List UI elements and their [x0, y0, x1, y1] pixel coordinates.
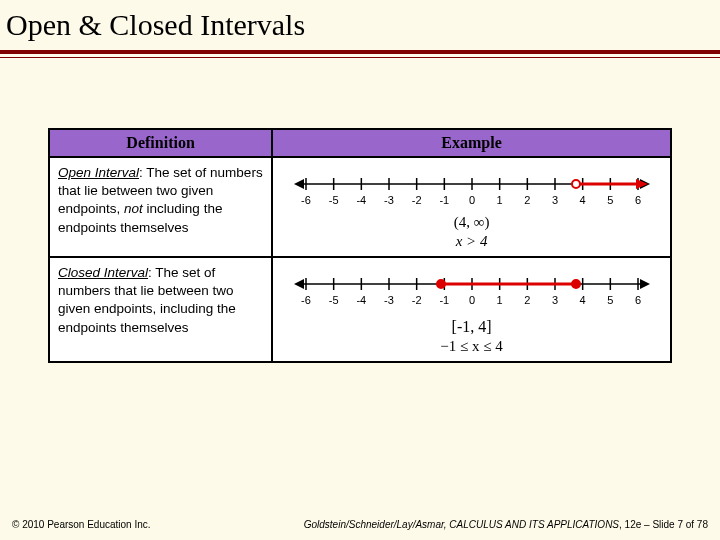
term-closed: Closed Interval: [58, 265, 148, 280]
title-rule: [0, 50, 720, 58]
tick-label: 0: [469, 194, 475, 206]
intervals-table: Definition Example Open Interval: The se…: [48, 128, 672, 363]
tick-label: -3: [384, 194, 394, 206]
tick-label: 1: [496, 194, 502, 206]
table-header-row: Definition Example: [50, 130, 670, 158]
closed-inequality: −1 ≤ x ≤ 4: [277, 338, 666, 355]
header-example: Example: [273, 130, 670, 158]
svg-marker-20: [294, 279, 304, 289]
page-title: Open & Closed Intervals: [0, 0, 720, 48]
tick-label: 3: [552, 194, 558, 206]
open-interval-notation: (4, ∞): [277, 214, 666, 231]
tick-label: -4: [356, 194, 366, 206]
tick-label: -4: [356, 294, 366, 306]
example-open: -6-5-4-3-2-10123456 (4, ∞) x > 4: [273, 158, 670, 256]
numberline-closed: -6-5-4-3-2-10123456: [292, 270, 652, 312]
tick-label: 5: [607, 294, 613, 306]
svg-marker-21: [640, 279, 650, 289]
tick-label: 6: [635, 294, 641, 306]
svg-marker-1: [294, 179, 304, 189]
closed-interval-notation: [-1, 4]: [277, 318, 666, 336]
tick-label: -2: [411, 194, 421, 206]
tick-label: -6: [301, 194, 311, 206]
tick-label: -3: [384, 294, 394, 306]
tick-label: -5: [328, 294, 338, 306]
footer-citation: Goldstein/Schneider/Lay/Asmar, CALCULUS …: [304, 519, 708, 530]
row-closed-interval: Closed Interval: The set of numbers that…: [50, 258, 670, 361]
term-open: Open Interval: [58, 165, 139, 180]
tick-label: 0: [469, 294, 475, 306]
footer: © 2010 Pearson Education Inc. Goldstein/…: [0, 519, 720, 530]
tick-label: 2: [524, 294, 530, 306]
svg-point-18: [572, 180, 580, 188]
tick-label: -2: [411, 294, 421, 306]
tick-label: 1: [496, 294, 502, 306]
tick-label: 3: [552, 294, 558, 306]
tick-label: 4: [579, 194, 585, 206]
numberline-open: -6-5-4-3-2-10123456: [292, 170, 652, 212]
example-closed: -6-5-4-3-2-10123456 [-1, 4] −1 ≤ x ≤ 4: [273, 258, 670, 361]
definition-open: Open Interval: The set of numbers that l…: [50, 158, 273, 256]
tick-label: 6: [635, 194, 641, 206]
tick-label: -1: [439, 194, 449, 206]
header-definition: Definition: [50, 130, 273, 158]
tick-label: 5: [607, 194, 613, 206]
tick-label: -5: [328, 194, 338, 206]
footer-citation-plain: , 12e – Slide 7 of 78: [619, 519, 708, 530]
svg-point-36: [437, 280, 445, 288]
definition-closed: Closed Interval: The set of numbers that…: [50, 258, 273, 361]
tick-label: 4: [579, 294, 585, 306]
tick-label: -1: [439, 294, 449, 306]
open-inequality: x > 4: [277, 233, 666, 250]
row-open-interval: Open Interval: The set of numbers that l…: [50, 158, 670, 258]
footer-citation-italic: Goldstein/Schneider/Lay/Asmar, CALCULUS …: [304, 519, 619, 530]
footer-copyright: © 2010 Pearson Education Inc.: [12, 519, 151, 530]
tick-label: -6: [301, 294, 311, 306]
tick-label: 2: [524, 194, 530, 206]
svg-point-37: [572, 280, 580, 288]
def-open-not: not: [124, 201, 143, 216]
